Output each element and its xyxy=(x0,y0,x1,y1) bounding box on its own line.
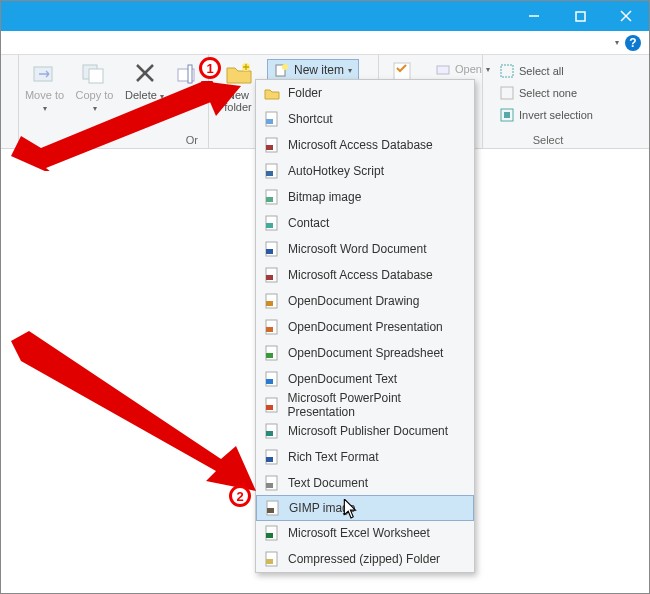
svg-rect-27 xyxy=(266,197,273,202)
svg-rect-17 xyxy=(501,87,513,99)
select-none-icon xyxy=(499,85,515,101)
help-icon[interactable]: ? xyxy=(625,35,641,51)
menu-item-txt[interactable]: Text Document xyxy=(256,470,474,496)
contact-icon xyxy=(264,215,280,231)
chevron-down-icon: ▾ xyxy=(348,66,352,75)
menu-item-bmp[interactable]: Bitmap image xyxy=(256,184,474,210)
menu-item-word[interactable]: Microsoft Word Document xyxy=(256,236,474,262)
ribbon-group-select: Select all Select none Invert selection … xyxy=(483,55,613,148)
svg-rect-10 xyxy=(188,65,192,83)
select-none-button[interactable]: Select none xyxy=(495,83,597,103)
delete-button[interactable]: Delete ▾ xyxy=(124,59,166,102)
svg-rect-49 xyxy=(266,483,273,488)
label: Move to xyxy=(25,89,64,101)
label: New folder xyxy=(217,89,259,113)
menu-item-label: Contact xyxy=(288,216,329,230)
rename-icon xyxy=(175,59,203,87)
gimp-icon xyxy=(265,500,281,516)
menu-item-odg[interactable]: OpenDocument Drawing xyxy=(256,288,474,314)
svg-rect-29 xyxy=(266,223,273,228)
new-item-icon xyxy=(274,62,290,78)
xls-icon xyxy=(264,525,280,541)
bmp-icon xyxy=(264,189,280,205)
menu-item-odp[interactable]: OpenDocument Presentation xyxy=(256,314,474,340)
menu-item-pub[interactable]: Microsoft Publisher Document xyxy=(256,418,474,444)
menu-item-ods[interactable]: OpenDocument Spreadsheet xyxy=(256,340,474,366)
menu-item-label: OpenDocument Drawing xyxy=(288,294,419,308)
rtf-icon xyxy=(264,449,280,465)
menu-item-ahk[interactable]: AutoHotkey Script xyxy=(256,158,474,184)
menu-item-odt[interactable]: OpenDocument Text xyxy=(256,366,474,392)
label: Select all xyxy=(519,65,564,77)
ods-icon xyxy=(264,345,280,361)
move-to-icon xyxy=(31,59,59,87)
shortcut-icon xyxy=(264,111,280,127)
new-item-button[interactable]: New item ▾ xyxy=(267,59,359,81)
svg-rect-53 xyxy=(266,533,273,538)
svg-rect-37 xyxy=(266,327,273,332)
menu-item-gimp[interactable]: GIMP image xyxy=(256,495,474,521)
ribbon-group-truncated-left xyxy=(1,55,19,148)
minimize-button[interactable] xyxy=(511,1,557,31)
svg-rect-35 xyxy=(266,301,273,306)
new-folder-icon xyxy=(224,59,252,87)
menu-item-zip[interactable]: Compressed (zipped) Folder xyxy=(256,546,474,572)
annotation-callout-1: 1 xyxy=(199,57,221,79)
mouse-cursor-icon xyxy=(343,499,359,519)
svg-rect-47 xyxy=(266,457,273,462)
invert-selection-icon xyxy=(499,107,515,123)
label: Select none xyxy=(519,87,577,99)
menu-item-access[interactable]: Microsoft Access Database xyxy=(256,262,474,288)
svg-rect-16 xyxy=(501,65,513,77)
close-icon xyxy=(620,10,632,22)
svg-rect-23 xyxy=(266,145,273,150)
menu-item-label: Folder xyxy=(288,86,322,100)
open-icon xyxy=(435,61,451,77)
group-label: Select xyxy=(533,134,564,146)
label: Delete xyxy=(125,89,157,101)
odg-icon xyxy=(264,293,280,309)
menu-item-label: Text Document xyxy=(288,476,368,490)
menu-item-label: OpenDocument Text xyxy=(288,372,397,386)
menu-item-label: Microsoft Excel Worksheet xyxy=(288,526,430,540)
svg-rect-39 xyxy=(266,353,273,358)
svg-rect-21 xyxy=(266,119,273,124)
select-all-button[interactable]: Select all xyxy=(495,61,597,81)
svg-point-13 xyxy=(282,64,288,70)
menu-item-label: OpenDocument Spreadsheet xyxy=(288,346,443,360)
svg-rect-45 xyxy=(266,431,273,436)
menu-item-ppt[interactable]: Microsoft PowerPoint Presentation xyxy=(256,392,474,418)
odt-icon xyxy=(264,371,280,387)
menu-item-shortcut[interactable]: Shortcut xyxy=(256,106,474,132)
maximize-button[interactable] xyxy=(557,1,603,31)
menu-item-label: OpenDocument Presentation xyxy=(288,320,443,334)
copy-to-button[interactable]: Copy to ▾ xyxy=(74,59,116,114)
pub-icon xyxy=(264,423,280,439)
invert-selection-button[interactable]: Invert selection xyxy=(495,105,597,125)
new-item-menu: FolderShortcutMicrosoft Access DatabaseA… xyxy=(255,79,475,573)
close-button[interactable] xyxy=(603,1,649,31)
ribbon-collapse-icon[interactable]: ▾ xyxy=(615,38,619,47)
ribbon-toggle-row: ▾ ? xyxy=(1,31,649,55)
new-folder-button[interactable]: New folder xyxy=(217,59,259,113)
txt-icon xyxy=(264,475,280,491)
menu-item-contact[interactable]: Contact xyxy=(256,210,474,236)
svg-rect-25 xyxy=(266,171,273,176)
menu-item-folder[interactable]: Folder xyxy=(256,80,474,106)
svg-rect-31 xyxy=(266,249,273,254)
move-to-button[interactable]: Move to ▾ xyxy=(24,59,66,114)
menu-item-xls[interactable]: Microsoft Excel Worksheet xyxy=(256,520,474,546)
menu-item-access[interactable]: Microsoft Access Database xyxy=(256,132,474,158)
delete-icon xyxy=(131,59,159,87)
menu-item-label: Shortcut xyxy=(288,112,333,126)
menu-item-label: Microsoft Word Document xyxy=(288,242,427,256)
menu-item-rtf[interactable]: Rich Text Format xyxy=(256,444,474,470)
menu-item-label: Bitmap image xyxy=(288,190,361,204)
menu-item-label: Microsoft Access Database xyxy=(288,138,433,152)
svg-rect-6 xyxy=(89,69,103,83)
menu-item-label: Microsoft Publisher Document xyxy=(288,424,448,438)
label: Copy to xyxy=(76,89,114,101)
svg-rect-33 xyxy=(266,275,273,280)
menu-item-label: Microsoft PowerPoint Presentation xyxy=(288,391,466,419)
ppt-icon xyxy=(264,397,280,413)
